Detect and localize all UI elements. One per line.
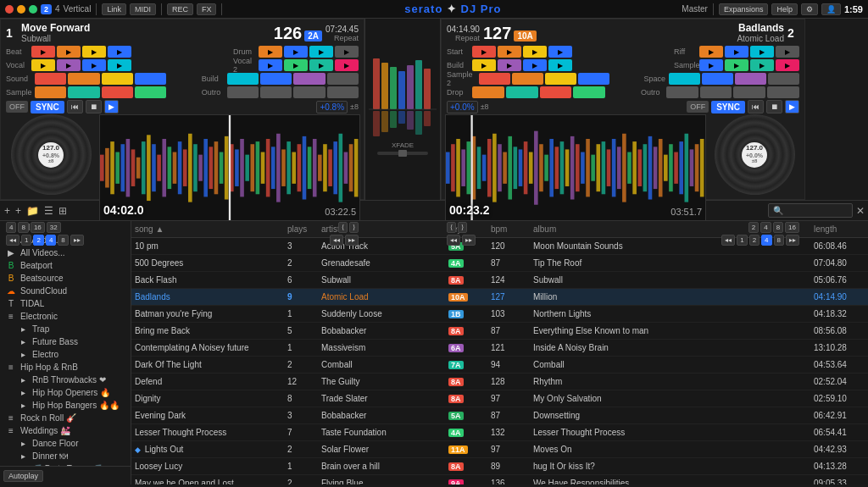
- cue-sampler-2[interactable]: ▶: [725, 59, 748, 71]
- cue-vocal2-1[interactable]: ▶: [259, 59, 282, 71]
- deck-right-vinyl[interactable]: 127.0 +0.0% ±8: [708, 114, 801, 195]
- table-row[interactable]: Badlands 9 Atomic Load 10A 127 Million 0…: [131, 289, 868, 306]
- nav-right-a[interactable]: ◂◂: [721, 235, 735, 246]
- deck-left-vinyl[interactable]: 127.0 +0.8% ±8: [4, 114, 97, 195]
- sidebar-item-futurebass[interactable]: ▸ Future Bass: [0, 335, 131, 348]
- rec-btn[interactable]: REC: [167, 3, 193, 15]
- nav-right-f[interactable]: ▸▸: [786, 235, 799, 246]
- outro-btn-2[interactable]: [260, 86, 292, 98]
- sample-btn-3[interactable]: [102, 86, 133, 98]
- outro-right-4[interactable]: [767, 86, 799, 98]
- table-row[interactable]: 500 Degrees 2 Grenadesafe 4A 87 Tip The …: [131, 255, 868, 272]
- play-btn-right[interactable]: ▶: [785, 100, 799, 113]
- table-row[interactable]: Loosey Lucy 1 Brain over a hill 8A 89 hu…: [131, 458, 868, 475]
- drop-btn-4[interactable]: [573, 86, 605, 98]
- table-row[interactable]: Dignity 8 Trade Slater 8A 97 My Only Sal…: [131, 390, 868, 407]
- build-btn-2[interactable]: [260, 73, 292, 85]
- sidebar-item-electro[interactable]: ▸ Electro: [0, 348, 131, 361]
- outro-right-3[interactable]: [733, 86, 765, 98]
- cue-vocal-4[interactable]: ▶: [108, 59, 131, 71]
- loop-left-8[interactable]: 8: [18, 222, 28, 233]
- nav-right-back[interactable]: ⟨: [447, 222, 456, 233]
- sidebar-item-hipopeners[interactable]: ▸ Hip Hop Openers 🔥: [0, 386, 131, 399]
- sound-btn-4[interactable]: [135, 73, 166, 85]
- sample2-btn-3[interactable]: [545, 73, 576, 85]
- sidebar-item-rnb[interactable]: ▸ RnB Throwbacks ❤: [0, 374, 131, 386]
- sidebar-item-trap[interactable]: ▸ Trap: [0, 323, 131, 335]
- nav-left-g[interactable]: ◂◂: [330, 235, 343, 246]
- sync-btn-right[interactable]: SYNC: [711, 101, 745, 113]
- table-row[interactable]: Back Flash 6 Subwall 8A 124 Subwall 05:0…: [131, 272, 868, 289]
- table-row[interactable]: Dark Of The Light 2 Comball 7A 94 Combal…: [131, 357, 868, 374]
- drop-btn-1[interactable]: [472, 86, 504, 98]
- cue-start-1[interactable]: ▶: [472, 46, 496, 58]
- cue-riff-4[interactable]: ▶: [776, 46, 799, 58]
- loop-left-16[interactable]: 16: [31, 222, 45, 233]
- drop-btn-3[interactable]: [540, 86, 572, 98]
- fx-btn[interactable]: FX: [197, 3, 217, 15]
- loop-left-32[interactable]: 32: [47, 222, 61, 233]
- cue-vocal-1[interactable]: ▶: [31, 59, 55, 71]
- nav-left-a[interactable]: ◂◂: [6, 235, 19, 246]
- cue-start-2[interactable]: ▶: [498, 46, 521, 58]
- table-row[interactable]: Lesser Thought Process 7 Taste Foundatio…: [131, 424, 868, 441]
- loop-right-8[interactable]: 8: [773, 222, 783, 233]
- space-btn-1[interactable]: [669, 73, 700, 85]
- table-row[interactable]: Batman you're Fying 1 Suddenly Loose 1B …: [131, 306, 868, 323]
- outro-btn-4[interactable]: [327, 86, 359, 98]
- cue-drum-4[interactable]: ▶: [335, 46, 359, 58]
- loop-right-4[interactable]: 4: [760, 222, 771, 233]
- sidebar-item-soundcloud[interactable]: ☁ SoundCloud: [0, 285, 131, 297]
- space-btn-2[interactable]: [702, 73, 733, 85]
- sample2-btn-2[interactable]: [512, 73, 543, 85]
- nav-right-b[interactable]: 1: [737, 235, 747, 246]
- build-btn-3[interactable]: [293, 73, 325, 85]
- sync-btn-left[interactable]: SYNC: [31, 101, 64, 113]
- space-btn-3[interactable]: [735, 73, 766, 85]
- cue-beat-2[interactable]: ▶: [57, 46, 81, 58]
- account-btn[interactable]: 👤: [821, 3, 841, 15]
- minimize-dot[interactable]: [17, 5, 25, 14]
- loop-left-4[interactable]: 4: [6, 222, 16, 233]
- table-row[interactable]: ◆ Lights Out 2 Solar Flower 11A 97 Moves…: [131, 441, 868, 458]
- nav-left-2[interactable]: ⟩: [349, 222, 359, 233]
- cue-sampler-3[interactable]: ▶: [750, 59, 774, 71]
- table-row[interactable]: Contemplating A Noisey future 1 Massivei…: [131, 340, 868, 357]
- sample2-btn-1[interactable]: [479, 73, 510, 85]
- outro-btn-1[interactable]: [227, 86, 259, 98]
- sound-btn-3[interactable]: [102, 73, 133, 85]
- nav-right-d[interactable]: 4: [761, 235, 771, 246]
- nav-right-c[interactable]: 2: [749, 235, 760, 246]
- table-row[interactable]: Defend 12 The Guilty 8A 128 Rhythm 02:52…: [131, 374, 868, 390]
- cue-riff-3[interactable]: ▶: [750, 46, 774, 58]
- play-btn-left[interactable]: ▶: [104, 100, 119, 113]
- sidebar-item-dancefloor[interactable]: ▸ Dance Floor: [0, 437, 131, 450]
- sidebar-item-hiphop[interactable]: ≡ Hip Hop & RnB: [0, 361, 131, 374]
- cue-vocal2-4[interactable]: ▶: [335, 59, 359, 71]
- cue-btn-left[interactable]: ⏹: [86, 100, 102, 113]
- sidebar-item-beatsource[interactable]: B Beatsource: [0, 272, 131, 285]
- cue-sampler-4[interactable]: ▶: [776, 59, 799, 71]
- cue-vocal-3[interactable]: ▶: [82, 59, 106, 71]
- sidebar-item-dinner[interactable]: ▸ Dinner 🍽: [0, 450, 131, 462]
- sidebar-item-hipbangers[interactable]: ▸ Hip Hop Bangers 🔥🔥: [0, 399, 131, 412]
- vinyl-disc-left[interactable]: 127.0 +0.8% ±8: [11, 114, 92, 195]
- close-search-btn[interactable]: ✕: [856, 205, 865, 217]
- nav-left-e[interactable]: 8: [58, 235, 68, 246]
- sidebar-item-beatport[interactable]: B Beatport: [0, 259, 131, 272]
- midi-btn[interactable]: MIDI: [130, 3, 156, 15]
- expansions-btn[interactable]: Expansions: [719, 3, 769, 15]
- cue-buildr-3[interactable]: ▶: [523, 59, 547, 71]
- off-btn-right[interactable]: OFF: [687, 101, 709, 113]
- outro-btn-3[interactable]: [293, 86, 325, 98]
- help-btn[interactable]: Help: [771, 3, 798, 15]
- nav-left-h[interactable]: ▸▸: [345, 235, 359, 246]
- sidebar-item-rocknroll[interactable]: ≡ Rock n Roll 🎸: [0, 412, 131, 424]
- cue-vocal2-2[interactable]: ▶: [284, 59, 308, 71]
- cue-beat-3[interactable]: ▶: [82, 46, 106, 58]
- close-dot[interactable]: [5, 5, 14, 14]
- sample-btn-4[interactable]: [135, 86, 166, 98]
- link-btn[interactable]: Link: [102, 3, 126, 15]
- nav-right-bb[interactable]: ▸▸: [462, 235, 476, 246]
- outro-right-1[interactable]: [666, 86, 698, 98]
